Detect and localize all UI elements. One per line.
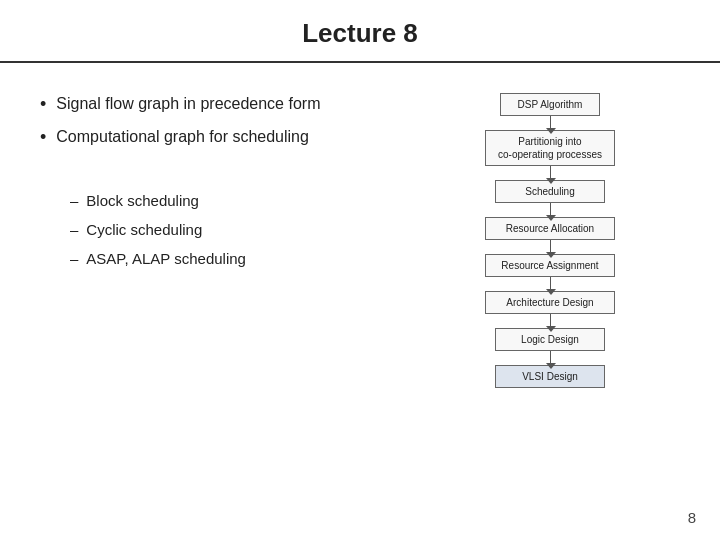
sub-text-1: Block scheduling [86,190,199,211]
bullet-text-1: Signal flow graph in precedence form [56,93,320,115]
page-number: 8 [688,509,696,526]
diagram-label-2: Partitionig intoco-operating processes [498,136,602,160]
diagram-label-6: Architecture Design [506,297,593,308]
bullet-text-2: Computational graph for scheduling [56,126,309,148]
diagram-label-4: Resource Allocation [506,223,594,234]
diagram-label-3: Scheduling [525,186,574,197]
dash-1: – [70,190,78,211]
dash-2: – [70,219,78,240]
arrow-4 [550,240,551,254]
diagram-box-dsp-algorithm: DSP Algorithm [500,93,600,116]
arrow-2 [550,166,551,180]
diagram-label-8: VLSI Design [522,371,578,382]
arrow-3 [550,203,551,217]
content-area: • Signal flow graph in precedence form •… [0,83,720,398]
bullet-item-1: • Signal flow graph in precedence form [40,93,400,116]
sub-text-2: Cyclic scheduling [86,219,202,240]
arrow-6 [550,314,551,328]
diagram-label-7: Logic Design [521,334,579,345]
arrow-5 [550,277,551,291]
bullet-item-2: • Computational graph for scheduling [40,126,400,149]
dsp-diagram: DSP Algorithm Partitionig intoco-operati… [485,93,615,388]
bullet-dot-1: • [40,93,46,116]
slide: Lecture 8 • Signal flow graph in precede… [0,0,720,540]
left-column: • Signal flow graph in precedence form •… [40,93,400,388]
diagram-label-1: DSP Algorithm [518,99,583,110]
sub-item-1: – Block scheduling [70,190,400,211]
title-bar: Lecture 8 [0,0,720,63]
arrow-7 [550,351,551,365]
sub-item-3: – ASAP, ALAP scheduling [70,248,400,269]
slide-title: Lecture 8 [302,18,418,48]
diagram-box-partitioning: Partitionig intoco-operating processes [485,130,615,166]
sub-text-3: ASAP, ALAP scheduling [86,248,246,269]
arrow-1 [550,116,551,130]
bullet-dot-2: • [40,126,46,149]
right-column: DSP Algorithm Partitionig intoco-operati… [420,93,680,388]
bullet-list: • Signal flow graph in precedence form •… [40,93,400,160]
sub-list: – Block scheduling – Cyclic scheduling –… [70,190,400,277]
diagram-label-5: Resource Assignment [501,260,598,271]
dash-3: – [70,248,78,269]
sub-item-2: – Cyclic scheduling [70,219,400,240]
